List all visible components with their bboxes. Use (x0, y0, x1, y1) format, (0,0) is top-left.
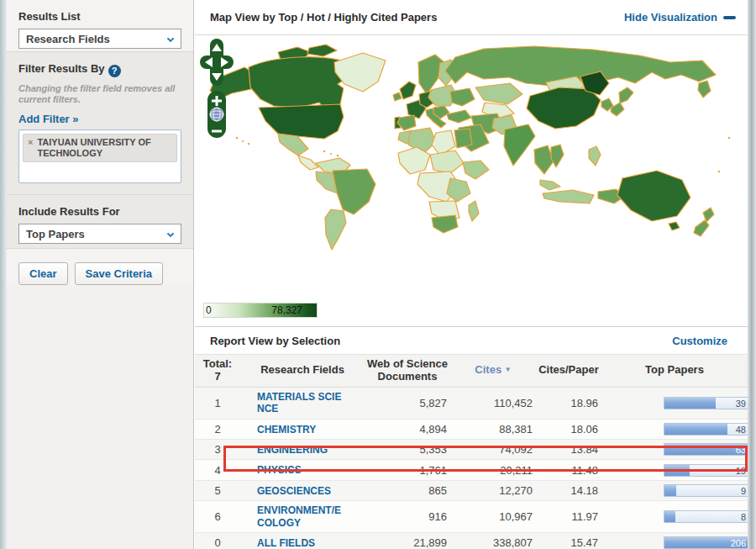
column-header-cites-per-paper[interactable]: Cites/Paper (536, 355, 601, 388)
top-papers-value: 9 (741, 486, 746, 496)
research-field-link[interactable]: MATERIALS SCIENCE (257, 391, 346, 415)
clear-button[interactable]: Clear (18, 262, 68, 285)
right-scrollbar[interactable] (748, 0, 756, 549)
customize-link[interactable]: Customize (672, 335, 727, 347)
results-list-title: Results List (18, 10, 181, 23)
row-rank: 1 (195, 387, 240, 419)
save-criteria-button[interactable]: Save Criteria (75, 262, 164, 285)
sidebar-actions: Clear Save Criteria (7, 249, 193, 285)
total-header: Total: 7 (195, 355, 240, 388)
top-papers-bar-fill (664, 485, 676, 496)
report-view-header: Report View by Selection Customize (195, 326, 748, 354)
total-label: Total: (197, 358, 239, 371)
top-papers-bar: 9 (664, 484, 748, 497)
top-papers-bar: 19 (664, 464, 748, 477)
wos-documents-value: 5,353 (365, 440, 450, 460)
top-papers-bar: 63 (664, 443, 748, 456)
table-row: 1 MATERIALS SCIENCE 5,827 110,452 18.96 … (195, 387, 748, 419)
column-header-cites-sorted[interactable]: Cites ▼ (450, 355, 536, 388)
filter-note: Changing the filter field removes all cu… (18, 83, 181, 107)
wos-documents-value: 21,899 (365, 533, 450, 549)
row-rank: 3 (195, 440, 240, 460)
cites-value: 20,211 (450, 460, 536, 480)
results-list-dropdown[interactable]: Research Fields (18, 29, 181, 49)
cites-value: 74,092 (450, 440, 536, 460)
wos-documents-value: 865 (365, 480, 450, 500)
zoom-control (207, 91, 226, 138)
cites-per-paper-value: 15.47 (536, 533, 601, 549)
column-header-wos-documents[interactable]: Web of Science Documents (365, 355, 450, 388)
top-papers-bar: 8 (664, 510, 748, 523)
include-results-title: Include Results For (18, 205, 181, 218)
top-papers-bar-fill (664, 511, 675, 522)
cites-value: 12,270 (450, 480, 536, 500)
report-table: Total: 7 Research Fields Web of Science … (195, 354, 748, 549)
table-row: 5 GEOSCIENCES 865 12,270 14.18 9 (195, 480, 748, 500)
include-results-dropdown-value: Top Papers (26, 228, 85, 240)
cites-value: 10,967 (450, 501, 536, 533)
row-rank: 4 (195, 460, 240, 480)
cites-per-paper-value: 13.84 (536, 440, 601, 460)
table-header-row: Total: 7 Research Fields Web of Science … (195, 355, 748, 388)
top-papers-bar-fill (664, 465, 690, 476)
filter-tag-label: TAIYUAN UNIVERSITY OF TECHNOLOGY (37, 137, 172, 159)
total-count: 7 (197, 371, 239, 383)
cites-per-paper-value: 11.48 (536, 460, 601, 480)
help-icon[interactable]: ? (108, 65, 121, 77)
research-field-link[interactable]: ENGINEERING (257, 444, 346, 456)
top-papers-value: 8 (741, 512, 746, 522)
research-field-link[interactable]: GEOSCIENCES (257, 485, 346, 497)
map-legend: 0 78,327 (203, 303, 318, 318)
map-controls[interactable] (198, 37, 235, 140)
research-field-link[interactable]: ENVIRONMENT/ECOLOGY (257, 504, 346, 529)
wos-documents-value: 916 (365, 501, 450, 533)
cites-value: 338,807 (450, 533, 536, 549)
cites-header-label: Cites (475, 363, 501, 376)
cites-value: 88,381 (450, 419, 536, 439)
top-papers-value: 39 (736, 399, 746, 409)
top-papers-bar: 206 (664, 536, 748, 549)
filter-title: Filter Results By? (18, 62, 181, 77)
page: Results List Research Fields Filter Resu… (0, 0, 756, 549)
row-rank: 2 (195, 419, 240, 439)
filter-title-text: Filter Results By (18, 62, 105, 75)
pan-control (200, 39, 234, 86)
add-filter-link[interactable]: Add Filter » (18, 113, 79, 125)
filter-tag[interactable]: × TAIYUAN UNIVERSITY OF TECHNOLOGY (23, 134, 177, 162)
active-filters-box: × TAIYUAN UNIVERSITY OF TECHNOLOGY (18, 129, 181, 183)
research-field-link[interactable]: PHYSICS (257, 464, 346, 476)
table-row: 4 PHYSICS 1,761 20,211 11.48 19 (195, 460, 748, 480)
wos-documents-value: 5,827 (365, 387, 450, 419)
row-rank: 5 (195, 480, 240, 500)
results-list-section: Results List Research Fields (7, 0, 193, 52)
sidebar: Results List Research Fields Filter Resu… (7, 0, 194, 549)
top-papers-value: 63 (736, 445, 746, 455)
legend-min-value: 0 (206, 304, 212, 316)
map-view-header: Map View by Top / Hot / Highly Cited Pap… (195, 0, 748, 35)
sort-descending-icon: ▼ (505, 366, 512, 373)
left-scrollbar[interactable] (0, 0, 7, 549)
wos-documents-value: 1,761 (365, 460, 450, 480)
wos-documents-value: 4,894 (365, 419, 450, 439)
column-header-research-fields[interactable]: Research Fields (240, 355, 365, 388)
hide-visualization-link[interactable]: Hide Visualization (624, 11, 717, 24)
remove-filter-icon[interactable]: × (28, 137, 33, 159)
table-row: 2 CHEMISTRY 4,894 88,381 18.06 48 (195, 419, 748, 439)
cites-per-paper-value: 18.06 (536, 419, 601, 439)
include-results-section: Include Results For Top Papers (7, 195, 193, 249)
legend-max-value: 78,327 (271, 304, 302, 316)
table-row: 0 ALL FIELDS 21,899 338,807 15.47 206 (195, 533, 748, 549)
report-view-title: Report View by Selection (210, 335, 340, 347)
world-map[interactable] (198, 37, 744, 298)
main-panel: Map View by Top / Hot / Highly Cited Pap… (195, 0, 748, 549)
cites-per-paper-value: 14.18 (536, 480, 601, 500)
include-results-dropdown[interactable]: Top Papers (18, 224, 181, 244)
top-papers-value: 206 (731, 538, 746, 548)
research-field-link[interactable]: CHEMISTRY (257, 424, 346, 436)
top-papers-bar-fill (664, 424, 727, 435)
top-papers-bar: 39 (664, 397, 748, 409)
cites-value: 110,452 (450, 387, 536, 419)
research-field-link[interactable]: ALL FIELDS (257, 537, 346, 549)
column-header-top-papers[interactable]: Top Papers (601, 355, 748, 388)
collapse-minus-icon[interactable] (723, 16, 736, 19)
